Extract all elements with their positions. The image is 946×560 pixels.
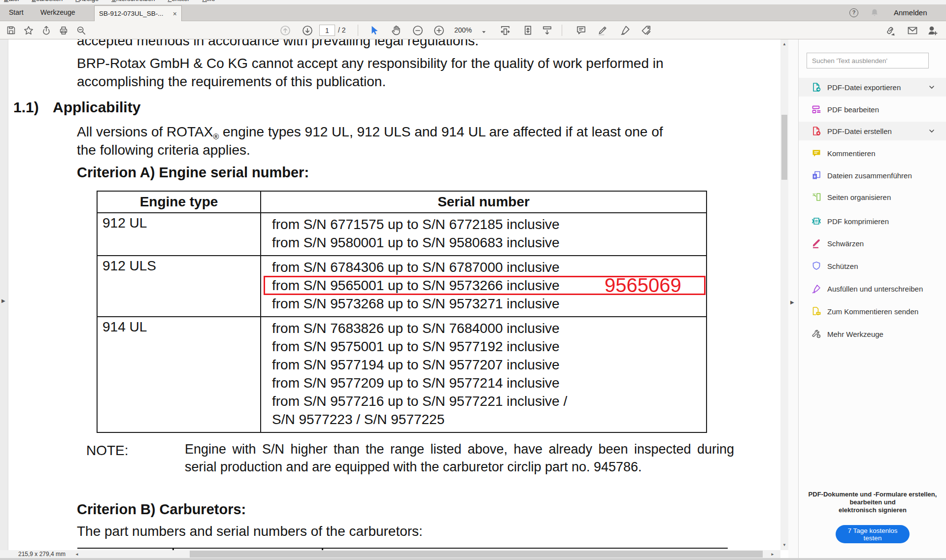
- previous-page-icon[interactable]: [278, 24, 292, 37]
- stamp-tag-icon[interactable]: [640, 24, 653, 37]
- highlight-icon[interactable]: [596, 24, 609, 37]
- zoom-out-icon[interactable]: [411, 24, 424, 37]
- applicability-text: engine types 912 UL, 912 ULS and 914 UL …: [219, 124, 663, 139]
- page-number-input[interactable]: [319, 25, 335, 36]
- compress-pdf-icon: [811, 216, 821, 226]
- expand-left-panel-icon[interactable]: ▶: [1, 298, 5, 303]
- menu-fenster[interactable]: Fenster: [168, 0, 189, 2]
- sidebar-item-label: Dateien zusammenführen: [827, 171, 912, 180]
- sidebar-item-label: PDF komprimieren: [827, 217, 889, 226]
- scroll-right-icon[interactable]: ►: [769, 552, 777, 557]
- promo-text: PDF-Dokumente und -Formulare erstellen, …: [799, 491, 946, 514]
- zoom-level-label[interactable]: 200%: [454, 21, 472, 39]
- scroll-up-icon[interactable]: ▲: [780, 42, 788, 46]
- zoom-dropdown-chevron-icon[interactable]: [477, 25, 490, 38]
- close-tab-icon[interactable]: ×: [173, 10, 177, 18]
- select-tool-icon[interactable]: [368, 24, 381, 37]
- share-upload-icon[interactable]: [39, 24, 53, 37]
- menu-bearbeiten[interactable]: Bearbeiten: [32, 0, 63, 2]
- fit-width-icon[interactable]: [499, 24, 512, 37]
- table-row: 912 UL from S/N 6771575 up to S/N 677218…: [98, 213, 706, 256]
- serial-line: S/N 9577223 / S/N 9577225: [272, 410, 706, 428]
- page-count-label: / 2: [338, 21, 346, 39]
- redact-marker-icon: [811, 238, 821, 248]
- next-page-icon[interactable]: [301, 24, 314, 37]
- sidebar-item-comment[interactable]: Kommentieren: [799, 144, 946, 163]
- menu-hilfe[interactable]: Hilfe: [203, 0, 215, 2]
- star-favorite-icon[interactable]: [22, 24, 35, 37]
- email-icon[interactable]: [906, 24, 919, 37]
- save-icon[interactable]: [4, 24, 18, 37]
- sidebar-item-create-pdf[interactable]: PDF-Datei erstellen: [799, 122, 946, 140]
- criterion-b-heading: Criterion B) Carburetors:: [77, 501, 246, 518]
- sidebar-item-label: Zum Kommentieren senden: [827, 307, 918, 316]
- sidebar-item-combine-files[interactable]: Dateien zusammenführen: [799, 166, 946, 185]
- zoom-in-icon[interactable]: [432, 24, 445, 37]
- right-panel-gutter: ▶: [788, 39, 798, 558]
- sidebar-item-export-pdf[interactable]: PDF-Datei exportieren: [799, 78, 946, 97]
- promo-line: PDF-Dokumente und -Formulare erstellen,: [799, 491, 946, 498]
- sidebar-item-edit-pdf[interactable]: PDF bearbeiten: [799, 100, 946, 119]
- red-annotation-number[interactable]: 9565069: [605, 274, 681, 296]
- vertical-scroll-thumb[interactable]: [781, 115, 787, 180]
- print-icon[interactable]: [57, 24, 70, 37]
- scroll-down-icon[interactable]: ▼: [780, 543, 788, 547]
- table-header-row: Engine type Serial number: [98, 192, 706, 213]
- sidebar-item-label: PDF-Datei exportieren: [827, 83, 901, 92]
- menu-unterschreiben[interactable]: Unterschreiben: [111, 0, 155, 2]
- note-label: NOTE:: [86, 443, 129, 459]
- serial-line: from S/N 6771575 up to S/N 6772185 inclu…: [272, 215, 706, 233]
- reading-mode-icon[interactable]: [541, 24, 554, 37]
- document-tab-label: SB-912-073UL_SB-...: [99, 10, 170, 17]
- comment-bubble-icon: [811, 148, 821, 158]
- free-trial-button[interactable]: 7 Tage kostenlos testen: [836, 525, 910, 543]
- toolbar: / 2 200%: [0, 21, 946, 39]
- engine-serial-table: Engine type Serial number 912 UL from S/…: [97, 191, 707, 433]
- chevron-down-icon[interactable]: [928, 83, 936, 91]
- window-bottom-edge: [0, 558, 946, 560]
- chevron-down-icon[interactable]: [928, 127, 936, 135]
- horizontal-scroll-thumb[interactable]: [190, 551, 763, 558]
- doc-applicability-line: the following criteria applies.: [77, 142, 250, 158]
- expand-right-panel-icon[interactable]: ▶: [790, 299, 794, 305]
- notifications-bell-icon[interactable]: [869, 7, 880, 20]
- sign-pen-icon[interactable]: [619, 24, 632, 37]
- sign-in-link[interactable]: Anmelden: [894, 4, 927, 21]
- sidebar-item-send-for-comments[interactable]: Zum Kommentieren senden: [799, 302, 946, 321]
- tools-search-input[interactable]: [807, 53, 929, 68]
- tab-start[interactable]: Start: [6, 4, 27, 21]
- tab-bar: Start Werkzeuge SB-912-073UL_SB-... × ? …: [0, 4, 946, 21]
- sidebar-item-label: Schwärzen: [827, 239, 864, 248]
- create-pdf-icon: [811, 126, 821, 136]
- scroll-left-icon[interactable]: ◄: [73, 552, 81, 557]
- search-zoom-icon[interactable]: [74, 24, 88, 37]
- more-tools-wrench-icon: [811, 329, 821, 339]
- sidebar-item-redact[interactable]: Schwärzen: [799, 234, 946, 253]
- doc-clipped-line: accepted methods in accordance with prev…: [77, 39, 479, 49]
- sidebar-item-fill-sign[interactable]: Ausfüllen und unterschreiben: [799, 279, 946, 298]
- tab-document[interactable]: SB-912-073UL_SB-... ×: [94, 5, 182, 21]
- add-user-icon[interactable]: [926, 24, 939, 37]
- table-row: 914 UL from S/N 7683826 up to S/N 768400…: [98, 317, 706, 432]
- doc-paragraph-line: BRP-Rotax GmbH & Co KG cannot accept any…: [77, 56, 664, 71]
- export-pdf-icon: [811, 82, 821, 92]
- edit-pdf-icon: [811, 104, 821, 114]
- tab-werkzeuge[interactable]: Werkzeuge: [37, 4, 78, 21]
- comment-icon[interactable]: [574, 24, 588, 37]
- criterion-a-heading: Criterion A) Engine serial number:: [77, 165, 309, 181]
- sidebar-item-compress-pdf[interactable]: PDF komprimieren: [799, 212, 946, 231]
- sidebar-item-label: Kommentieren: [827, 149, 876, 158]
- sidebar-item-more-tools[interactable]: Mehr Werkzeuge: [799, 325, 946, 343]
- serial-line: from S/N 6784306 up to S/N 6787000 inclu…: [272, 258, 706, 276]
- share-link-icon[interactable]: [883, 24, 897, 37]
- combine-files-icon: [811, 170, 821, 180]
- hand-tool-icon[interactable]: [389, 24, 403, 37]
- sidebar-item-protect[interactable]: Schützen: [799, 257, 946, 275]
- sidebar-item-organize-pages[interactable]: Seiten organisieren: [799, 188, 946, 206]
- menu-anzeige[interactable]: Anzeige: [75, 0, 99, 2]
- left-nav-panel-collapsed[interactable]: ▶: [0, 39, 8, 550]
- fit-page-icon[interactable]: [521, 24, 535, 37]
- vertical-scrollbar[interactable]: ▲ ▼: [780, 39, 788, 550]
- help-icon[interactable]: ?: [849, 8, 858, 17]
- menu-datei[interactable]: Datei: [4, 0, 19, 2]
